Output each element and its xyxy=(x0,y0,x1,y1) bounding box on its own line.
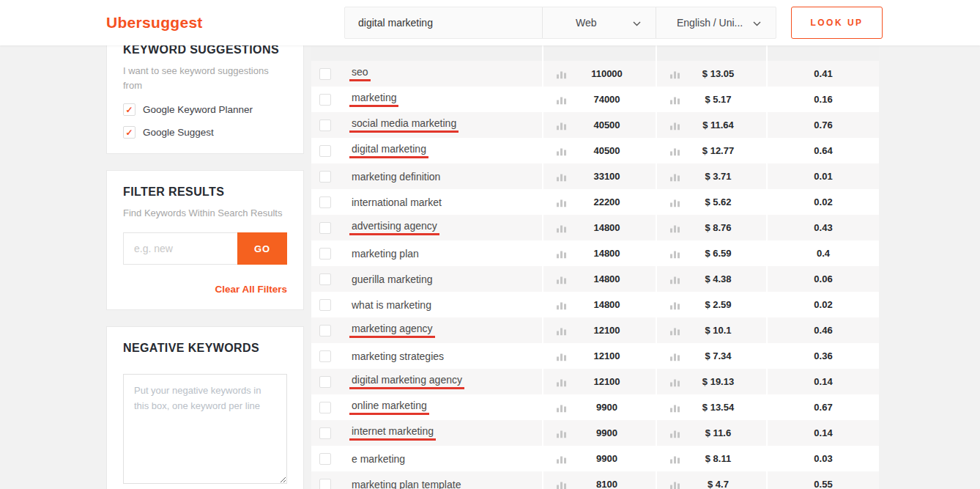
bar-chart-icon[interactable] xyxy=(557,326,567,335)
competition-value: 0.14 xyxy=(814,427,832,438)
row-checkbox[interactable] xyxy=(319,94,331,106)
bar-chart-icon[interactable] xyxy=(557,300,567,309)
bar-chart-icon[interactable] xyxy=(670,172,680,181)
table-row: digital marketing 40500 $ 12.77 xyxy=(311,138,879,163)
row-checkbox[interactable] xyxy=(319,68,331,80)
bar-chart-icon[interactable] xyxy=(557,402,567,412)
bar-chart-icon[interactable] xyxy=(670,326,680,335)
row-checkbox[interactable] xyxy=(319,120,331,131)
search-volume-value: 40500 xyxy=(593,120,620,130)
bar-chart-icon[interactable] xyxy=(670,479,680,489)
language-select[interactable]: English / Uni... xyxy=(656,7,776,38)
checkbox[interactable]: ✓ xyxy=(123,103,136,116)
row-checkbox[interactable] xyxy=(319,196,331,208)
table-body: seo 110000 $ 13.05 0.4 xyxy=(311,61,879,489)
row-checkbox[interactable] xyxy=(319,453,331,465)
cpc-value: $ 8.76 xyxy=(705,222,731,233)
source-checkbox-row[interactable]: ✓ Google Suggest xyxy=(123,126,287,139)
bar-chart-icon[interactable] xyxy=(670,300,680,309)
bar-chart-icon[interactable] xyxy=(670,197,680,207)
bar-chart-icon[interactable] xyxy=(670,454,680,463)
row-checkbox[interactable] xyxy=(319,248,331,260)
bar-chart-icon[interactable] xyxy=(670,377,680,386)
keyword-link[interactable]: marketing strategies xyxy=(352,350,444,362)
bar-chart-icon[interactable] xyxy=(670,274,680,284)
clear-all-filters-link[interactable]: Clear All Filters xyxy=(123,284,287,295)
bar-chart-icon[interactable] xyxy=(557,249,567,258)
keyword-link[interactable]: e marketing xyxy=(352,453,405,465)
keyword-link[interactable]: advertising agency xyxy=(349,220,439,235)
row-checkbox[interactable] xyxy=(319,171,331,183)
bar-chart-icon[interactable] xyxy=(557,274,567,284)
row-checkbox[interactable] xyxy=(319,273,331,285)
bar-chart-icon[interactable] xyxy=(670,428,680,438)
keyword-suggestions-subtitle: I want to see keyword suggestions from xyxy=(123,64,287,93)
bar-chart-icon[interactable] xyxy=(557,351,567,361)
row-checkbox-cell xyxy=(311,215,338,240)
bar-chart-icon[interactable] xyxy=(557,120,567,130)
keyword-link[interactable]: seo xyxy=(349,66,371,81)
bar-chart-icon[interactable] xyxy=(557,172,567,181)
volume-cell: 8100 xyxy=(542,471,656,489)
search-volume-value: 12100 xyxy=(593,325,620,336)
keyword-link[interactable]: internet marketing xyxy=(349,425,436,441)
search-type-select[interactable]: Web xyxy=(542,7,656,38)
bar-chart-icon[interactable] xyxy=(670,249,680,258)
row-checkbox[interactable] xyxy=(319,479,331,489)
keyword-link[interactable]: digital marketing agency xyxy=(349,374,464,389)
row-checkbox[interactable] xyxy=(319,427,331,439)
source-checkbox-row[interactable]: ✓ Google Keyword Planner xyxy=(123,103,287,116)
go-button[interactable]: GO xyxy=(237,232,287,265)
keyword-link[interactable]: online marketing xyxy=(349,400,429,415)
bar-chart-icon[interactable] xyxy=(557,428,567,438)
competition-value: 0.36 xyxy=(814,350,832,361)
check-icon: ✓ xyxy=(125,106,133,114)
row-checkbox[interactable] xyxy=(319,402,331,413)
row-checkbox[interactable] xyxy=(319,299,331,311)
bar-chart-icon[interactable] xyxy=(557,479,567,489)
keyword-link[interactable]: marketing definition xyxy=(352,171,440,183)
bar-chart-icon[interactable] xyxy=(670,146,680,155)
keyword-link[interactable]: marketing agency xyxy=(349,323,435,338)
keyword-link[interactable]: what is marketing xyxy=(352,299,431,311)
keyword-link[interactable]: digital marketing xyxy=(349,143,428,158)
search-strip: Web English / Uni... xyxy=(344,7,776,39)
row-checkbox[interactable] xyxy=(319,222,331,234)
look-up-button[interactable]: LOOK UP xyxy=(791,7,883,39)
row-checkbox[interactable] xyxy=(319,325,331,337)
keyword-link[interactable]: social media marketing xyxy=(349,117,459,133)
bar-chart-icon[interactable] xyxy=(670,95,680,104)
competition-cell: 0.4 xyxy=(766,240,879,266)
bar-chart-icon[interactable] xyxy=(557,377,567,386)
cpc-value: $ 4.7 xyxy=(708,479,729,489)
bar-chart-icon[interactable] xyxy=(557,69,567,78)
keyword-link[interactable]: guerilla marketing xyxy=(352,273,433,285)
keyword-link[interactable]: marketing plan template xyxy=(352,479,461,489)
bar-chart-icon[interactable] xyxy=(670,120,680,130)
competition-value: 0.02 xyxy=(814,299,832,310)
bar-chart-icon[interactable] xyxy=(670,69,680,78)
competition-cell: 0.14 xyxy=(766,420,879,446)
keyword-cell: marketing agency xyxy=(338,317,542,343)
bar-chart-icon[interactable] xyxy=(557,197,567,207)
volume-cell: 33100 xyxy=(542,163,656,189)
negative-keywords-textarea[interactable] xyxy=(123,374,287,484)
bar-chart-icon[interactable] xyxy=(557,95,567,104)
keyword-link[interactable]: international market xyxy=(352,196,442,208)
filter-keyword-input[interactable] xyxy=(123,232,237,265)
keyword-link[interactable]: marketing xyxy=(349,92,398,107)
volume-cell: 14800 xyxy=(542,240,656,266)
row-checkbox[interactable] xyxy=(319,376,331,388)
bar-chart-icon[interactable] xyxy=(557,454,567,463)
bar-chart-icon[interactable] xyxy=(557,223,567,232)
keyword-search-input[interactable] xyxy=(345,7,542,38)
checkbox[interactable]: ✓ xyxy=(123,126,136,139)
bar-chart-icon[interactable] xyxy=(670,402,680,412)
row-checkbox[interactable] xyxy=(319,145,331,157)
bar-chart-icon[interactable] xyxy=(670,351,680,361)
row-checkbox[interactable] xyxy=(319,350,331,362)
bar-chart-icon[interactable] xyxy=(557,146,567,155)
ubersuggest-logo[interactable]: Ubersuggest xyxy=(106,14,203,32)
keyword-link[interactable]: marketing plan xyxy=(352,248,419,260)
bar-chart-icon[interactable] xyxy=(670,223,680,232)
